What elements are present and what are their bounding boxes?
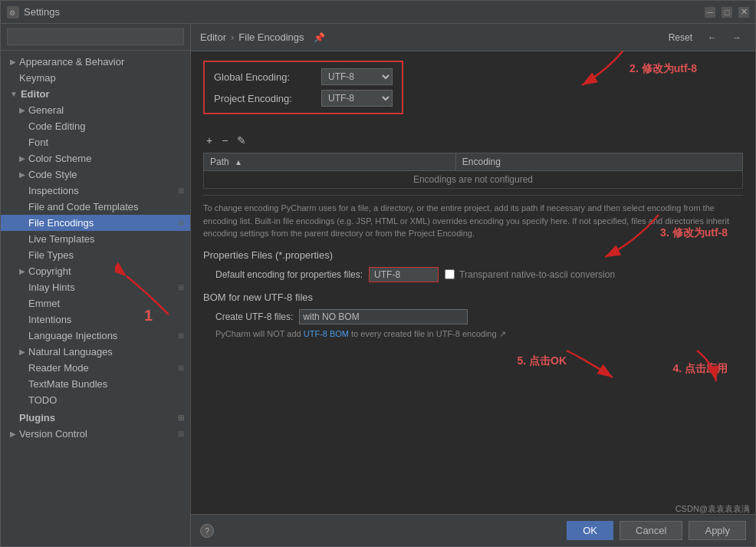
sidebar-item-natural-languages[interactable]: ▶ Natural Languages (1, 344, 190, 360)
breadcrumb: Editor › File Encodings 📌 (200, 31, 664, 43)
sidebar-item-color-scheme[interactable]: ▶ Color Scheme (1, 150, 190, 166)
empty-table-message: Encodings are not configured (204, 171, 743, 189)
global-encoding-select[interactable]: UTF-8 UTF-16 ISO-8859-1 GBK (321, 68, 393, 85)
sidebar-item-file-code-templates[interactable]: File and Code Templates (1, 199, 190, 215)
expand-arrow: ▼ (10, 90, 18, 98)
minimize-button[interactable]: ─ (705, 7, 715, 18)
empty-table-row: Encodings are not configured (204, 171, 743, 189)
default-encoding-select-wrapper: UTF-8 UTF-16 ISO-8859-1 GBK (369, 267, 439, 282)
sidebar-item-reader-mode[interactable]: Reader Mode ⊞ (1, 360, 190, 376)
close-button[interactable]: ✕ (738, 7, 749, 18)
annotation-4: 4. 点击应用 (672, 362, 728, 376)
reset-button[interactable]: Reset (664, 31, 697, 44)
sidebar-item-general[interactable]: ▶ General (1, 102, 190, 118)
settings-icon: ⊞ (178, 283, 184, 292)
arrow-4 (674, 347, 720, 385)
annotation-2: 2. 修改为utf-8 (629, 62, 697, 76)
bom-note-prefix: PyCharm will NOT add (215, 329, 304, 338)
expand-arrow: ▶ (10, 58, 16, 66)
settings-icon: ⊞ (178, 430, 184, 438)
sidebar: ▶ Appearance & Behavior Keymap ▼ Editor … (1, 24, 191, 546)
sidebar-item-keymap[interactable]: Keymap (1, 70, 190, 86)
transparent-checkbox[interactable] (445, 269, 455, 279)
sidebar-item-intentions[interactable]: Intentions (1, 311, 190, 328)
settings-icon: ⊞ (178, 414, 184, 422)
sidebar-item-label: TODO (28, 394, 57, 406)
expand-arrow: ▶ (19, 170, 25, 179)
window-title: Settings (24, 6, 705, 18)
sidebar-item-copyright[interactable]: ▶ Copyright (1, 263, 190, 279)
help-button[interactable]: ? (200, 524, 214, 538)
sidebar-item-inspections[interactable]: Inspections ⊞ (1, 183, 190, 199)
transparent-label: Transparent native-to-ascii conversion (459, 269, 615, 280)
sidebar-item-textmate-bundles[interactable]: TextMate Bundles (1, 376, 190, 392)
sidebar-item-file-encodings[interactable]: File Encodings ⊞ (1, 215, 190, 231)
sidebar-item-language-injections[interactable]: Language Injections ⊞ (1, 328, 190, 344)
sidebar-item-label: Copyright (28, 265, 71, 277)
apply-button[interactable]: Apply (689, 521, 746, 540)
properties-section-title: Properties Files (*.properties) (203, 249, 743, 261)
sidebar-item-live-templates[interactable]: Live Templates (1, 231, 190, 247)
expand-arrow: ▶ (19, 154, 25, 163)
remove-path-button[interactable]: − (219, 133, 231, 148)
sidebar-item-appearance[interactable]: ▶ Appearance & Behavior (1, 54, 190, 70)
bom-note: PyCharm will NOT add UTF-8 BOM to every … (203, 329, 743, 339)
bom-section-title: BOM for new UTF-8 files (203, 292, 743, 303)
create-utf8-select[interactable]: with NO BOM with BOM with BOM if needed (299, 309, 468, 325)
cancel-button[interactable]: Cancel (620, 521, 682, 540)
project-encoding-label: Project Encoding: (214, 93, 321, 104)
sidebar-item-file-types[interactable]: File Types (1, 247, 190, 263)
bom-section: BOM for new UTF-8 files Create UTF-8 fil… (203, 292, 743, 339)
bom-link[interactable]: UTF-8 BOM (304, 329, 349, 338)
breadcrumb-current: File Encodings (238, 31, 304, 43)
transparent-checkbox-row: Transparent native-to-ascii conversion (445, 269, 615, 280)
default-encoding-select[interactable]: UTF-8 UTF-16 ISO-8859-1 GBK (369, 267, 439, 282)
path-encoding-table: Path ▲ Encoding Encodings are not config… (203, 153, 743, 189)
panel-header: Editor › File Encodings 📌 Reset ← → (191, 24, 755, 51)
sidebar-item-code-editing[interactable]: Code Editing (1, 118, 190, 134)
sidebar-item-font[interactable]: Font (1, 134, 190, 150)
default-encoding-label: Default encoding for properties files: (215, 269, 363, 280)
sidebar-item-label: Natural Languages (28, 346, 113, 358)
settings-icon: ⊞ (178, 186, 184, 195)
back-button[interactable]: ← (703, 31, 721, 44)
search-input[interactable] (7, 28, 184, 45)
sidebar-item-label: Font (28, 137, 48, 148)
edit-path-button[interactable]: ✎ (234, 133, 249, 148)
breadcrumb-separator: › (231, 31, 234, 43)
sidebar-item-label: Keymap (19, 72, 56, 84)
sidebar-item-version-control[interactable]: ▶ Version Control ⊞ (1, 426, 190, 442)
create-utf8-row: Create UTF-8 files: with NO BOM with BOM… (203, 309, 743, 325)
sidebar-item-label: File Types (28, 249, 74, 261)
sidebar-item-label: Code Style (28, 169, 77, 180)
sidebar-item-label: Language Injections (28, 330, 117, 341)
create-utf8-label: Create UTF-8 files: (215, 311, 293, 322)
forward-button[interactable]: → (728, 31, 746, 44)
svg-text:⚙: ⚙ (9, 9, 15, 17)
expand-arrow: ▶ (19, 348, 25, 356)
encoding-box: Global Encoding: UTF-8 UTF-16 ISO-8859-1… (203, 61, 403, 114)
sidebar-item-label: Intentions (28, 314, 71, 325)
sidebar-item-todo[interactable]: TODO (1, 392, 190, 408)
arrow-5 (559, 347, 620, 385)
add-path-button[interactable]: + (203, 133, 215, 148)
expand-arrow: ▶ (19, 106, 25, 114)
maximize-button[interactable]: □ (721, 7, 732, 18)
sidebar-item-inlay-hints[interactable]: Inlay Hints ⊞ (1, 279, 190, 295)
encoding-column-header: Encoding (455, 153, 742, 171)
sidebar-item-plugins[interactable]: Plugins ⊞ (1, 410, 190, 426)
title-bar: ⚙ Settings ─ □ ✕ (1, 1, 755, 24)
sidebar-item-code-style[interactable]: ▶ Code Style (1, 166, 190, 183)
window-controls: ─ □ ✕ (705, 7, 749, 18)
sidebar-item-label: Color Scheme (28, 153, 91, 164)
project-encoding-select[interactable]: UTF-8 UTF-16 ISO-8859-1 GBK (321, 90, 393, 107)
expand-arrow: ▶ (19, 267, 25, 275)
sidebar-item-editor[interactable]: ▼ Editor (1, 86, 190, 102)
annotation-5: 5. 点击OK (517, 354, 567, 368)
search-box (1, 24, 190, 51)
path-column-header: Path ▲ (204, 153, 456, 171)
sidebar-item-label: Version Control (19, 428, 87, 440)
sidebar-item-label: Appearance & Behavior (19, 56, 124, 68)
sidebar-item-emmet[interactable]: Emmet (1, 295, 190, 311)
ok-button[interactable]: OK (567, 521, 613, 540)
